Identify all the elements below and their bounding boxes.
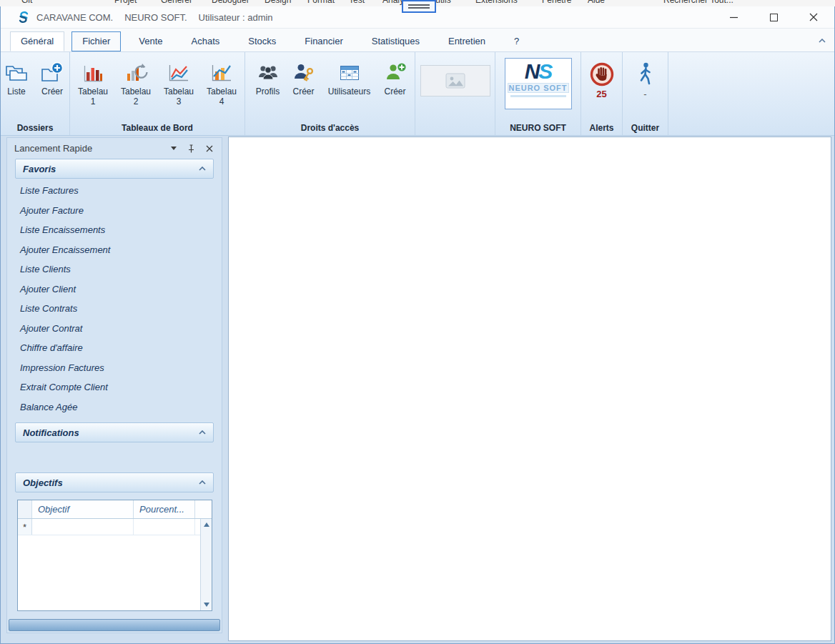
bg-menu-item[interactable]: Format: [307, 0, 335, 5]
group-caption-tableaux: Tableaux de Bord: [70, 123, 244, 133]
dock-guide-button[interactable]: [402, 0, 436, 13]
bg-menu-item[interactable]: Déboguer: [212, 0, 249, 5]
neurosoft-logo-text: NEURO SOFT: [508, 83, 569, 93]
quick-launch-item[interactable]: Balance Agée: [7, 397, 222, 417]
chevron-up-icon: [199, 480, 206, 485]
grid-col-pourcentage[interactable]: Pourcent...: [134, 500, 195, 518]
button-label: Tabelau 1: [78, 86, 108, 106]
tab-general[interactable]: Général: [10, 31, 64, 51]
tab-statistiques[interactable]: Statistiques: [361, 31, 430, 51]
section-header-favoris[interactable]: Favoris: [15, 159, 214, 179]
combo-chart-icon: [209, 61, 234, 84]
neurosoft-logo-letters: NS: [525, 60, 552, 83]
tableau1-button[interactable]: Tabelau 1: [73, 61, 113, 106]
maximize-icon: [770, 14, 778, 21]
scroll-up-icon[interactable]: [204, 522, 209, 527]
tab-vente[interactable]: Vente: [128, 31, 173, 51]
group-caption-dossiers: Dossiers: [1, 123, 69, 133]
line-chart-icon: [167, 61, 191, 84]
tab-help[interactable]: ?: [503, 31, 530, 51]
window-controls: [713, 6, 834, 28]
ribbon-group-droits: Profils Créer: [245, 52, 415, 135]
group-caption-quitter: Quitter: [623, 123, 668, 133]
bg-menu-item[interactable]: Aide: [588, 0, 605, 5]
section-title: Notifications: [23, 427, 199, 438]
quick-launch-item[interactable]: Ajouter Encaissement: [7, 240, 222, 260]
minimize-icon: [730, 14, 738, 21]
quick-launch-panel: Lancement Rapide Favoris Liste Factures: [6, 137, 222, 633]
app-logo-icon: [17, 11, 30, 24]
quick-launch-item[interactable]: Ajouter Facture: [7, 201, 222, 221]
grid-cell-objectif[interactable]: [32, 519, 134, 535]
scroll-down-icon[interactable]: [204, 603, 209, 607]
button-label: Tabelau 3: [164, 86, 194, 106]
folder-list-icon: [4, 61, 29, 84]
quick-launch-item[interactable]: Extrait Compte Client: [7, 377, 222, 397]
group-caption-alerts: Alerts: [581, 123, 622, 133]
stop-hand-icon: [589, 61, 615, 87]
tableau3-button[interactable]: Tabelau 3: [159, 61, 199, 106]
image-placeholder[interactable]: [420, 65, 490, 96]
ribbon-group-image: [415, 52, 495, 135]
grid-vertical-scrollbar[interactable]: [200, 519, 212, 610]
objectifs-grid: Objectif Pourcent... *: [17, 500, 212, 611]
section-header-objectifs[interactable]: Objectifs: [15, 472, 214, 492]
panel-close-icon[interactable]: [206, 145, 213, 152]
users-table-icon: [337, 61, 362, 84]
quick-launch-item[interactable]: Liste Clients: [7, 259, 222, 279]
panel-bottom-bar[interactable]: [9, 619, 220, 631]
quitter-button[interactable]: -: [628, 61, 663, 99]
ribbon-group-dossiers: Liste Créer Dossiers: [1, 52, 70, 135]
grid-col-objectif[interactable]: Objectif: [32, 500, 134, 518]
tab-stocks[interactable]: Stocks: [237, 31, 287, 51]
maximize-button[interactable]: [754, 6, 794, 28]
tableau4-button[interactable]: Tabelau 4: [202, 61, 242, 106]
quick-launch-item[interactable]: Ajouter Contrat: [7, 319, 222, 339]
tab-achats[interactable]: Achats: [181, 31, 231, 51]
minimize-button[interactable]: [713, 6, 754, 28]
alerts-count: 25: [596, 89, 606, 99]
close-button[interactable]: [794, 6, 834, 28]
profils-button[interactable]: Profils: [250, 61, 286, 96]
section-header-notifications[interactable]: Notifications: [15, 422, 214, 442]
creer-utilisateur-button[interactable]: Créer: [380, 61, 410, 96]
quick-launch-item[interactable]: Ajouter Client: [7, 279, 222, 299]
creer-profil-button[interactable]: Créer: [289, 61, 319, 96]
screen: Git Projet Générer Déboguer Design Forma…: [0, 0, 835, 644]
quick-launch-item[interactable]: Impression Factures: [7, 358, 222, 378]
pin-icon[interactable]: [187, 144, 195, 153]
tab-fichier[interactable]: Fichier: [71, 31, 121, 51]
ribbon-collapse-button[interactable]: [819, 33, 826, 46]
quitter-value: -: [643, 89, 646, 99]
titlebar-app-name: CARAVANE COM.: [36, 12, 113, 23]
quick-launch-item[interactable]: Liste Factures: [7, 181, 222, 201]
bg-menu-item[interactable]: Projet: [114, 0, 137, 5]
picture-icon: [445, 73, 465, 89]
bg-menu-item[interactable]: Extensions: [475, 0, 518, 5]
utilisateurs-button[interactable]: Utilisateurs: [322, 61, 377, 96]
grid-new-row[interactable]: *: [18, 519, 212, 535]
liste-dossiers-button[interactable]: Liste: [1, 61, 32, 96]
tab-entretien[interactable]: Entretien: [438, 31, 496, 51]
bg-menu-item[interactable]: Fenêtre: [542, 0, 571, 5]
bg-menu-item[interactable]: Test: [349, 0, 365, 5]
button-label: Liste: [7, 86, 25, 96]
tableau2-button[interactable]: Tabelau 2: [116, 61, 156, 106]
neurosoft-logo[interactable]: NS NEURO SOFT: [505, 58, 572, 109]
user-add-icon: [383, 61, 407, 84]
quick-launch-item[interactable]: Liste Encaissements: [7, 220, 222, 240]
tab-financier[interactable]: Financier: [294, 31, 353, 51]
bg-menu-item[interactable]: Git: [21, 0, 32, 5]
quick-launch-item[interactable]: Liste Contrats: [7, 299, 222, 319]
bg-menu-item[interactable]: Générer: [161, 0, 192, 5]
quick-launch-item[interactable]: Chiffre d'affaire: [7, 338, 222, 358]
bg-menu-search[interactable]: Rechercher Tout...: [663, 0, 733, 5]
grid-cell-pourcentage[interactable]: [134, 519, 195, 535]
creer-dossier-button[interactable]: Créer: [35, 61, 69, 96]
user-key-icon: [292, 61, 316, 84]
button-label: Créer: [292, 86, 314, 96]
panel-menu-dropdown-icon[interactable]: [171, 147, 177, 150]
alerts-button[interactable]: 25: [585, 61, 619, 99]
bg-menu-item[interactable]: Design: [265, 0, 291, 5]
ribbon-group-neurosoft: NS NEURO SOFT NEURO SOFT: [495, 52, 581, 135]
